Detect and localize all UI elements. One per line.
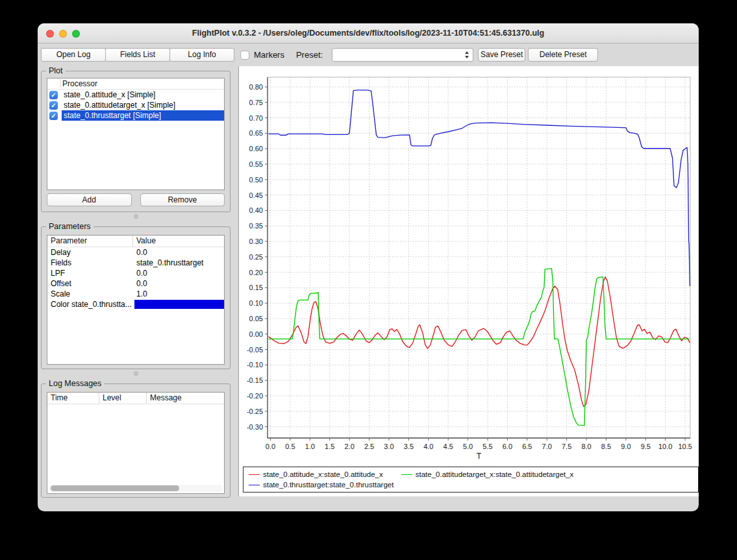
plot-group: Plot Processor ✓state_0.attitude_x [Simp… — [41, 71, 231, 212]
svg-text:-0.20: -0.20 — [247, 392, 263, 400]
save-preset-button[interactable]: Save Preset — [478, 48, 525, 62]
svg-text:6.5: 6.5 — [522, 443, 532, 450]
chart-panel: 0.00.51.01.52.02.53.03.54.04.55.05.56.06… — [238, 66, 699, 496]
list-item[interactable]: ✓state_0.attitudetarget_x [Simple] — [47, 100, 224, 110]
svg-text:0.10: 0.10 — [249, 299, 263, 307]
markers-checkbox[interactable] — [240, 51, 249, 60]
splitter-handle-2[interactable] — [41, 369, 231, 377]
svg-text:0.80: 0.80 — [249, 83, 263, 91]
zoom-button[interactable] — [72, 30, 80, 38]
scrollbar-thumb[interactable] — [51, 485, 179, 491]
svg-text:0.55: 0.55 — [249, 160, 263, 168]
parameter-value[interactable]: 0.0 — [133, 247, 224, 258]
parameters-table-body: Delay0.0Fieldsstate_0.thrusttargetLPF0.0… — [47, 247, 224, 310]
combo-stepper-icon[interactable] — [463, 50, 471, 60]
message-column-header: Message — [147, 393, 224, 404]
svg-text:3.5: 3.5 — [404, 443, 414, 450]
horizontal-scrollbar[interactable] — [49, 485, 223, 492]
remove-button[interactable]: Remove — [140, 193, 225, 206]
plot-buttons: Add Remove — [47, 193, 225, 206]
add-button[interactable]: Add — [47, 193, 132, 206]
preset-label: Preset: — [296, 50, 323, 60]
svg-text:0.30: 0.30 — [249, 237, 263, 245]
log-info-button[interactable]: Log Info — [169, 48, 234, 62]
parameter-value[interactable]: 0.0 — [133, 278, 224, 289]
x-axis-label: T — [477, 452, 482, 461]
svg-text:-0.05: -0.05 — [247, 346, 263, 354]
svg-text:0.20: 0.20 — [249, 269, 263, 276]
svg-text:-0.30: -0.30 — [247, 423, 263, 431]
main-content: Plot Processor ✓state_0.attitude_x [Simp… — [38, 66, 699, 498]
svg-text:0.0: 0.0 — [266, 443, 275, 450]
splitter-dot-icon — [134, 214, 138, 219]
parameter-name: Offset — [47, 278, 133, 289]
parameter-name: Fields — [47, 258, 133, 268]
svg-text:9.0: 9.0 — [621, 443, 631, 450]
checkbox-checked-icon[interactable]: ✓ — [49, 91, 58, 99]
parameters-group-title: Parameters — [46, 222, 94, 231]
series-lines — [269, 90, 690, 426]
svg-text:5.5: 5.5 — [482, 443, 492, 450]
parameter-row[interactable]: Delay0.0 — [47, 247, 224, 258]
window-controls — [46, 30, 80, 38]
svg-text:0.15: 0.15 — [249, 284, 263, 291]
color-swatch[interactable] — [134, 300, 224, 309]
svg-text:6.0: 6.0 — [503, 443, 512, 450]
parameter-row[interactable]: Fieldsstate_0.thrusttarget — [47, 258, 224, 268]
svg-text:-0.15: -0.15 — [247, 376, 263, 384]
toolbar: Open Log Fields List Log Info Markers Pr… — [41, 48, 695, 62]
fields-list-button[interactable]: Fields List — [105, 48, 170, 62]
series-line — [269, 277, 690, 407]
parameter-row[interactable]: LPF0.0 — [47, 268, 224, 278]
parameter-value[interactable]: 1.0 — [133, 289, 224, 299]
legend-label: state_0.thrusttarget:state_0.thrusttarge… — [263, 481, 393, 489]
log-table-header: Time Level Message — [47, 393, 224, 404]
plot-canvas[interactable]: 0.00.51.01.52.02.53.03.54.04.55.05.56.06… — [239, 66, 699, 464]
list-item[interactable]: ✓state_0.attitude_x [Simple] — [47, 90, 224, 100]
processor-list[interactable]: Processor ✓state_0.attitude_x [Simple]✓s… — [47, 78, 225, 190]
legend-row-1: state_0.attitude_x:state_0.attitude_xsta… — [249, 469, 693, 480]
time-column-header: Time — [47, 393, 99, 404]
preset-combobox[interactable] — [332, 48, 473, 62]
legend-item: state_0.attitude_x:state_0.attitude_x — [249, 470, 383, 478]
close-button[interactable] — [46, 30, 54, 38]
legend-item: state_0.thrusttarget:state_0.thrusttarge… — [249, 481, 393, 489]
legend-row-2: state_0.thrusttarget:state_0.thrusttarge… — [249, 480, 693, 490]
chevron-up-icon — [465, 51, 469, 54]
legend-line-icon — [401, 474, 412, 475]
minimize-button[interactable] — [59, 30, 67, 38]
svg-text:4.5: 4.5 — [443, 443, 453, 450]
parameter-row[interactable]: Scale1.0 — [47, 289, 224, 299]
delete-preset-button[interactable]: Delete Preset — [528, 48, 598, 62]
svg-text:8.0: 8.0 — [581, 443, 591, 450]
splitter-handle-1[interactable] — [41, 212, 231, 220]
splitter-dot-icon — [134, 371, 138, 376]
parameters-group: Parameters Parameter Value Delay0.0Field… — [41, 226, 231, 369]
parameters-table[interactable]: Parameter Value Delay0.0Fieldsstate_0.th… — [47, 235, 225, 365]
log-messages-table[interactable]: Time Level Message — [47, 392, 225, 494]
parameter-row[interactable]: Offset0.0 — [47, 278, 224, 289]
svg-text:9.5: 9.5 — [641, 443, 651, 450]
svg-text:-0.10: -0.10 — [247, 361, 263, 369]
svg-text:5.0: 5.0 — [463, 443, 473, 450]
open-log-button[interactable]: Open Log — [41, 48, 106, 62]
flightplot-window: FlightPlot v.0.3.2 - /Users/oleg/Documen… — [38, 23, 699, 511]
list-item[interactable]: ✓state_0.thrusttarget [Simple] — [47, 110, 224, 121]
parameter-value[interactable]: 0.0 — [133, 268, 224, 278]
checkbox-checked-icon[interactable]: ✓ — [49, 101, 58, 110]
svg-text:0.05: 0.05 — [249, 315, 263, 323]
checkbox-checked-icon[interactable]: ✓ — [49, 112, 58, 120]
axis-tick-labels: 0.00.51.01.52.02.53.03.54.04.55.05.56.06… — [247, 83, 692, 461]
svg-text:0.60: 0.60 — [249, 145, 263, 152]
svg-text:0.00: 0.00 — [249, 330, 263, 338]
svg-text:0.35: 0.35 — [249, 222, 263, 230]
parameter-value[interactable]: state_0.thrusttarget — [133, 258, 224, 268]
parameter-row[interactable]: Color state_0.thrustta... — [47, 299, 224, 310]
svg-text:0.45: 0.45 — [249, 191, 263, 199]
plot-group-title: Plot — [46, 66, 66, 75]
svg-text:0.40: 0.40 — [249, 206, 263, 214]
svg-text:2.5: 2.5 — [364, 443, 374, 450]
series-line — [269, 269, 690, 426]
title-bar[interactable]: FlightPlot v.0.3.2 - /Users/oleg/Documen… — [38, 23, 699, 43]
svg-text:10.0: 10.0 — [658, 443, 672, 450]
